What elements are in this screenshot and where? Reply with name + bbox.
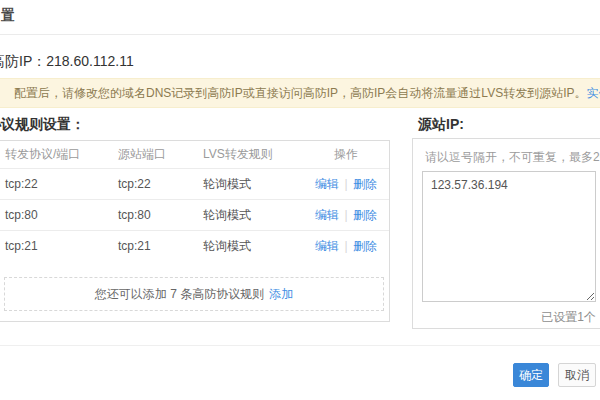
delete-rule-link[interactable]: 删除 — [353, 207, 377, 224]
add-rule-link[interactable]: 添加 — [269, 286, 293, 303]
delete-rule-link[interactable]: 删除 — [353, 238, 377, 255]
table-header-row: 转发协议/端口 源站端口 LVS转发规则 操作 — [0, 141, 389, 168]
dialog-title: 置 — [1, 7, 15, 25]
footer-divider — [0, 345, 600, 346]
ops-separator: | — [344, 177, 347, 191]
example-tutorial-link[interactable]: 实例教程 — [586, 86, 600, 100]
cell-lvs-rule: 轮询模式 — [203, 238, 315, 255]
add-rule-hint: 您还可以添加 7 条高防协议规则 — [95, 286, 264, 303]
ops-separator: | — [344, 239, 347, 253]
cell-forward-protocol: tcp:21 — [5, 239, 118, 253]
delete-rule-link[interactable]: 删除 — [353, 176, 377, 193]
header-lvs-rule: LVS转发规则 — [203, 146, 315, 163]
source-ip-count: 已设置1个 — [422, 309, 596, 326]
source-ip-textarea[interactable]: 123.57.36.194 — [422, 171, 596, 302]
cell-forward-protocol: tcp:22 — [5, 177, 118, 191]
table-row: tcp:21 tcp:21 轮询模式 编辑|删除 — [0, 230, 389, 261]
add-rule-box: 您还可以添加 7 条高防协议规则添加 — [4, 277, 384, 311]
cell-forward-protocol: tcp:80 — [5, 208, 118, 222]
cell-source-port: tcp:80 — [118, 208, 203, 222]
cell-lvs-rule: 轮询模式 — [203, 207, 315, 224]
cell-source-port: tcp:21 — [118, 239, 203, 253]
header-forward-protocol: 转发协议/端口 — [5, 146, 118, 163]
source-ip-hint: 请以逗号隔开，不可重复，最多20个。 — [425, 149, 600, 166]
protocol-rules-table: 转发协议/端口 源站端口 LVS转发规则 操作 tcp:22 tcp:22 轮询… — [0, 140, 390, 322]
cell-lvs-rule: 轮询模式 — [203, 176, 315, 193]
source-ip-panel: 请以逗号隔开，不可重复，最多20个。 123.57.36.194 已设置1个 — [412, 138, 600, 329]
source-ip-section-label: 源站IP: — [418, 116, 464, 134]
cell-source-port: tcp:22 — [118, 177, 203, 191]
edit-rule-link[interactable]: 编辑 — [315, 176, 339, 193]
notice-text: 配置后，请修改您的域名DNS记录到高防IP或直接访问高防IP，高防IP会自动将流… — [14, 86, 586, 100]
header-operations: 操作 — [315, 146, 377, 163]
edit-rule-link[interactable]: 编辑 — [315, 238, 339, 255]
table-row: tcp:22 tcp:22 轮询模式 编辑|删除 — [0, 168, 389, 199]
header-source-port: 源站端口 — [118, 146, 203, 163]
protected-ip-label: 高防IP：218.60.112.11 — [0, 53, 134, 71]
protocol-rules-section-label: 协议规则设置： — [0, 116, 85, 134]
ops-separator: | — [344, 208, 347, 222]
cancel-button[interactable]: 取消 — [558, 363, 596, 387]
title-divider — [0, 34, 600, 35]
table-row: tcp:80 tcp:80 轮询模式 编辑|删除 — [0, 199, 389, 230]
dns-notice-banner: 配置后，请修改您的域名DNS记录到高防IP或直接访问高防IP，高防IP会自动将流… — [0, 78, 600, 108]
confirm-button[interactable]: 确定 — [513, 363, 549, 387]
edit-rule-link[interactable]: 编辑 — [315, 207, 339, 224]
